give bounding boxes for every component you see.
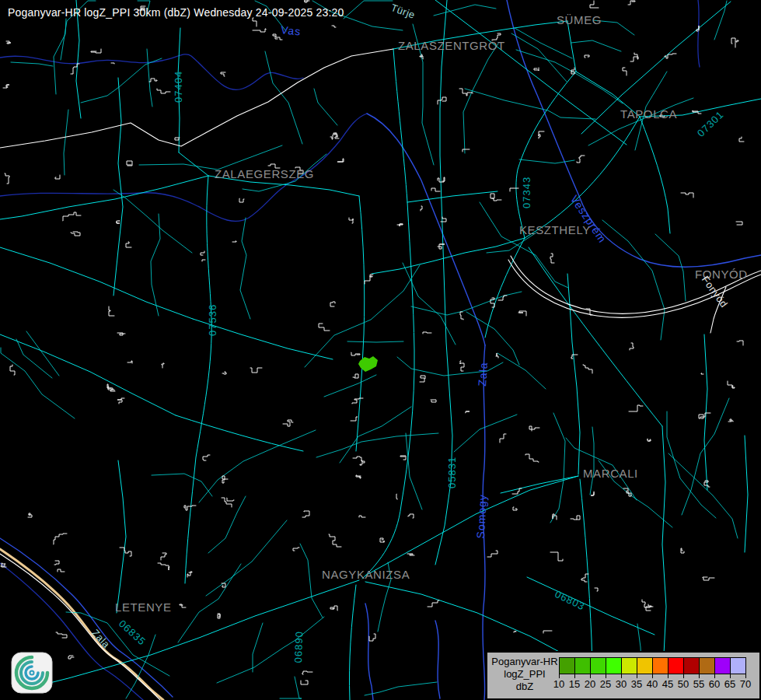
road-line [185,176,211,583]
legend-tick-70: 70 [734,678,757,690]
river-border-line [698,0,700,67]
road-line [161,553,166,560]
road-line [736,222,742,225]
road-line [340,407,411,463]
road-line [337,159,344,162]
road-line [485,238,525,338]
road-line [421,206,422,211]
road-line [26,331,59,376]
road-line [221,72,225,76]
legend-swatch-40 [652,657,668,674]
road-line [349,585,356,700]
road-line [431,400,436,402]
road-line [5,173,9,184]
road-line [466,312,519,365]
road-line [305,265,420,367]
road-line [739,137,744,142]
road-line [365,476,578,576]
road-line [571,355,578,359]
road-line [438,97,446,104]
road-line [295,167,303,173]
road-line [681,548,684,553]
road-line [441,217,446,222]
road-line [329,534,341,547]
road-line [208,176,359,196]
road-line [113,78,123,296]
road-line [28,513,32,517]
road-line [365,682,437,695]
road-line [599,460,672,527]
road-line [566,438,637,500]
road-line [630,53,638,61]
road-line [127,361,132,363]
road-line [300,544,323,618]
road-line [435,0,452,565]
river-border-line [507,0,761,267]
road-line [380,538,384,542]
road-line [202,260,205,261]
road-line [496,353,498,358]
road-line [273,34,282,40]
road-line [158,563,169,570]
road-line [353,457,365,463]
road-line [490,194,501,201]
road-line [662,426,666,670]
road-line [232,241,236,242]
road-line [120,548,131,556]
road-line [550,254,554,263]
road-line [543,631,552,633]
road-line [595,588,598,591]
road-line [500,434,506,443]
road-line [466,411,470,413]
road-line [576,72,640,117]
road-line [187,572,192,577]
road-line [731,38,735,47]
road-line [463,149,470,152]
road-line [428,600,439,607]
road-line [117,333,125,335]
road-line [240,218,250,319]
road-line [510,188,518,191]
road-line [217,617,324,683]
road-line [356,475,361,478]
road-line [175,138,180,140]
river-border-line [483,345,485,700]
road-line [515,28,572,58]
river-border-line [367,114,485,345]
legend-swatch-55 [699,657,715,674]
road-line [463,44,498,153]
road-line [585,55,589,58]
road-line [403,263,456,345]
road-line [71,232,80,236]
road-line [184,506,196,510]
road-line [302,511,309,517]
road-line [487,551,497,557]
road-line [590,1,599,8]
road-line [406,433,422,509]
legend-swatch-45 [668,657,684,674]
road-line [314,89,337,125]
road-line [147,49,152,107]
legend-swatch-10 [559,657,575,674]
road-line [518,311,526,316]
radar-viewer: Poganyvar-HR logZ_PPI 30km (dbZ) Wednesd… [0,0,761,700]
road-line [157,89,170,93]
road-line [648,439,651,441]
road-line [699,413,710,418]
road-line [64,110,68,175]
road-line [400,456,406,460]
river-border-line [435,621,440,698]
road-line [550,552,563,561]
road-line [139,145,282,170]
road-line [588,98,693,145]
road-line [553,514,557,520]
road-line [460,312,463,320]
road-line [111,63,114,64]
road-line [330,135,339,139]
major-road-line [508,260,761,317]
road-line [635,72,667,150]
road-line [465,89,595,119]
river-border-line [0,114,367,221]
road-line [222,372,226,374]
road-line [378,562,391,632]
